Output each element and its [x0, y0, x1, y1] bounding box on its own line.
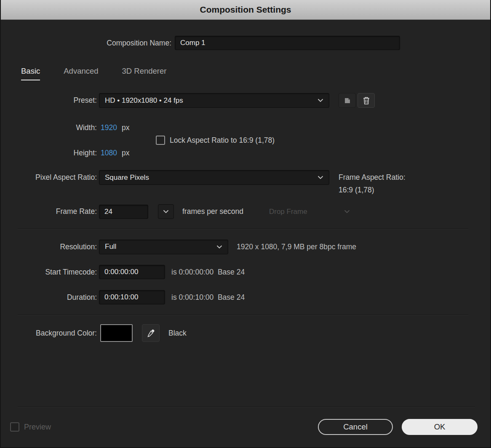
- drop-frame-dropdown: Drop Frame: [264, 205, 355, 219]
- pixel-aspect-dropdown[interactable]: Square Pixels: [99, 170, 329, 185]
- eyedropper-button[interactable]: [142, 324, 160, 342]
- resolution-info: 1920 x 1080, 7,9 MB per 8bpc frame: [237, 243, 356, 251]
- divider: [18, 229, 468, 229]
- composition-name-label: Composition Name:: [1, 39, 171, 48]
- start-timecode-row: Start Timecode: is 0:00:00:00 Base 24: [1, 265, 490, 279]
- tab-3d-renderer[interactable]: 3D Renderer: [122, 67, 167, 80]
- background-color-row: Background Color: Black: [1, 324, 490, 342]
- frame-rate-input[interactable]: [99, 205, 148, 219]
- chevron-down-icon: [344, 210, 350, 213]
- save-preset-button[interactable]: [339, 93, 356, 108]
- duration-label: Duration:: [1, 293, 97, 302]
- pixel-aspect-label: Pixel Aspect Ratio:: [1, 173, 97, 182]
- chevron-down-icon: [318, 176, 323, 179]
- tab-basic[interactable]: Basic: [21, 67, 40, 80]
- divider: [18, 407, 475, 408]
- preset-value: HD • 1920x1080 • 24 fps: [105, 96, 183, 105]
- duration-row: Duration: is 0:00:10:00 Base 24: [1, 290, 490, 304]
- duration-info: is 0:00:10:00 Base 24: [171, 293, 245, 302]
- lock-aspect-checkbox[interactable]: [156, 136, 165, 145]
- preview-label: Preview: [24, 423, 51, 432]
- dialog-titlebar[interactable]: Composition Settings: [1, 0, 490, 20]
- composition-name-row: Composition Name:: [1, 36, 490, 50]
- resolution-row: Resolution: Full 1920 x 1080, 7,9 MB per…: [1, 240, 490, 254]
- chevron-down-icon: [216, 245, 222, 249]
- resolution-dropdown[interactable]: Full: [99, 240, 228, 254]
- duration-input[interactable]: [99, 290, 165, 304]
- preview-toggle: Preview: [10, 422, 51, 432]
- eyedropper-icon: [147, 329, 155, 337]
- ok-button[interactable]: OK: [402, 419, 478, 435]
- start-timecode-input[interactable]: [99, 265, 165, 279]
- pixel-aspect-value: Square Pixels: [105, 173, 149, 182]
- drop-frame-value: Drop Frame: [269, 208, 307, 216]
- dialog-title: Composition Settings: [200, 5, 291, 15]
- width-row: Width: 1920 px: [1, 122, 490, 133]
- chevron-down-icon: [318, 99, 323, 102]
- chevron-down-icon: [163, 210, 169, 213]
- cancel-button[interactable]: Cancel: [318, 419, 393, 435]
- width-label: Width:: [1, 123, 97, 132]
- frame-rate-row: Frame Rate: frames per second Drop Frame: [1, 204, 490, 219]
- trash-icon: [363, 96, 370, 105]
- start-timecode-label: Start Timecode:: [1, 268, 97, 277]
- height-unit: px: [122, 149, 129, 157]
- tab-bar: Basic Advanced 3D Renderer: [21, 67, 166, 80]
- tab-advanced[interactable]: Advanced: [64, 67, 98, 80]
- height-row: Height: 1080 px: [1, 147, 490, 158]
- save-preset-icon: [344, 97, 351, 104]
- frame-aspect-label: Frame Aspect Ratio:: [339, 171, 406, 184]
- frame-rate-unit: frames per second: [182, 207, 243, 216]
- start-timecode-info: is 0:00:00:00 Base 24: [171, 268, 245, 277]
- frame-rate-dropdown-button[interactable]: [158, 204, 174, 219]
- resolution-label: Resolution:: [1, 243, 97, 251]
- lock-aspect-label: Lock Aspect Ratio to 16:9 (1,78): [170, 136, 275, 145]
- delete-preset-button[interactable]: [358, 93, 375, 108]
- background-color-label: Background Color:: [1, 329, 97, 338]
- height-value[interactable]: 1080: [101, 149, 117, 157]
- height-label: Height:: [1, 149, 97, 157]
- frame-aspect-ratio: Frame Aspect Ratio: 16:9 (1,78): [339, 171, 406, 196]
- preset-dropdown[interactable]: HD • 1920x1080 • 24 fps: [99, 93, 329, 108]
- footer: Preview Cancel OK: [1, 419, 490, 435]
- pixel-aspect-row: Pixel Aspect Ratio: Square Pixels: [1, 170, 490, 185]
- composition-name-input[interactable]: [175, 36, 400, 50]
- background-color-name: Black: [168, 329, 187, 338]
- width-unit: px: [122, 123, 129, 132]
- frame-aspect-value: 16:9 (1,78): [339, 184, 406, 196]
- background-color-swatch[interactable]: [100, 324, 133, 342]
- preview-checkbox[interactable]: [10, 422, 19, 432]
- resolution-value: Full: [105, 243, 116, 251]
- width-value[interactable]: 1920: [101, 123, 117, 132]
- divider: [18, 315, 468, 315]
- frame-rate-label: Frame Rate:: [1, 207, 97, 216]
- composition-settings-dialog: Composition Settings Composition Name: B…: [0, 0, 491, 448]
- preset-label: Preset:: [1, 96, 97, 105]
- lock-aspect-row: Lock Aspect Ratio to 16:9 (1,78): [156, 135, 490, 145]
- preset-row: Preset: HD • 1920x1080 • 24 fps: [1, 93, 490, 108]
